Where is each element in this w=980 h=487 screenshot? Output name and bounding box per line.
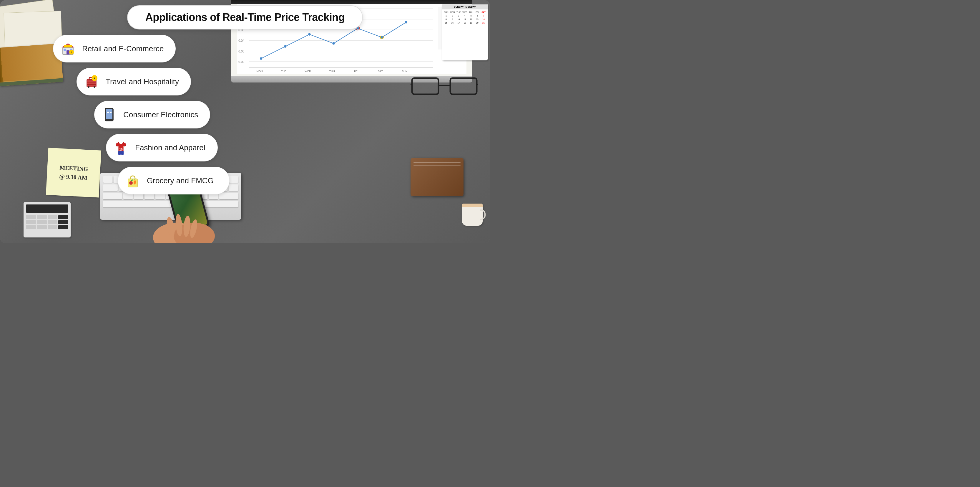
svg-text:10: 10: [119, 148, 123, 151]
pill-row-grocery: Grocery and FMCG: [0, 167, 490, 195]
svg-text:¥: ¥: [94, 77, 95, 80]
svg-rect-71: [118, 151, 121, 155]
svg-rect-72: [121, 151, 124, 155]
electronics-icon: [100, 106, 118, 123]
main-scene: 0.07 0.06 0.05 0.04 0.03 0.02: [0, 0, 490, 243]
travel-icon: ¥: [83, 73, 100, 91]
svg-marker-69: [116, 142, 126, 153]
svg-point-74: [129, 181, 133, 185]
pill-row-fashion: 10 Fashion and Apparel: [0, 134, 490, 161]
travel-label: Travel and Hospitality: [106, 77, 179, 86]
svg-point-59: [88, 86, 89, 88]
fashion-icon: 10: [112, 139, 130, 156]
svg-rect-49: [67, 50, 70, 54]
svg-text:$: $: [71, 51, 72, 54]
category-pill-grocery: Grocery and FMCG: [118, 167, 229, 195]
category-pill-travel: ¥ Travel and Hospitality: [76, 68, 191, 96]
category-pill-retail: $ Retail and E-Commerce: [53, 35, 176, 62]
svg-rect-50: [64, 49, 66, 51]
svg-rect-52: [64, 45, 72, 48]
title-container: Applications of Real-Time Price Tracking: [127, 5, 363, 29]
category-pill-electronics: Consumer Electronics: [94, 101, 210, 128]
retail-icon: $: [59, 40, 77, 57]
svg-point-60: [94, 86, 95, 88]
category-pill-fashion: 10 Fashion and Apparel: [106, 134, 218, 161]
pill-row-electronics: Consumer Electronics: [0, 101, 490, 128]
grocery-icon: [124, 172, 142, 190]
fashion-label: Fashion and Apparel: [135, 143, 205, 152]
content-overlay: Applications of Real-Time Price Tracking: [0, 0, 490, 243]
pill-row-retail: $ Retail and E-Commerce: [0, 35, 490, 62]
page-title: Applications of Real-Time Price Tracking: [145, 11, 345, 23]
electronics-label: Consumer Electronics: [123, 110, 198, 119]
retail-label: Retail and E-Commerce: [82, 44, 164, 53]
pill-row-travel: ¥ Travel and Hospitality: [0, 68, 490, 96]
grocery-label: Grocery and FMCG: [147, 176, 214, 185]
